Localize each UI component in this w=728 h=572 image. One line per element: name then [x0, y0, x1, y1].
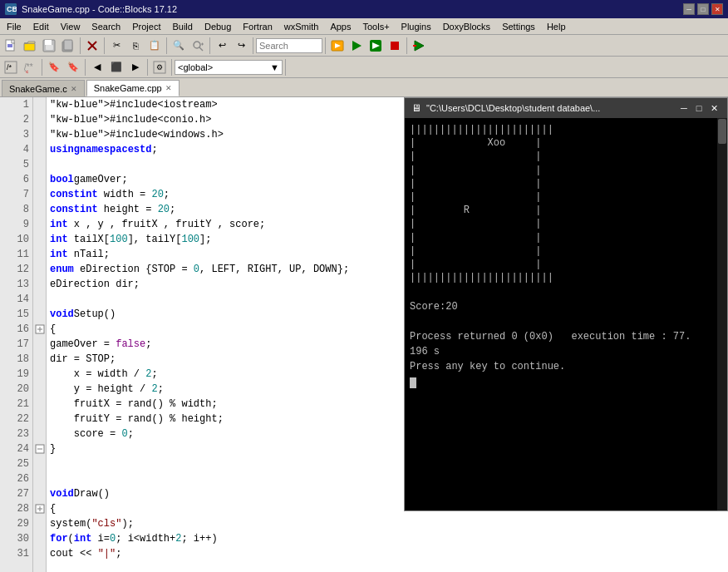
- tab-snakegame-cpp[interactable]: SnakeGame.cpp ✕: [86, 80, 180, 96]
- fold-marker-29[interactable]: [33, 516, 47, 531]
- line-number-10: 10: [3, 232, 29, 247]
- next-button[interactable]: ⬛: [107, 58, 125, 76]
- fold-marker-9[interactable]: [33, 217, 47, 232]
- svg-marker-6: [24, 42, 35, 43]
- line-numbers: 1234567891011121314151617181920212223242…: [0, 97, 33, 572]
- fold-marker-13[interactable]: [33, 277, 47, 292]
- fold-marker-7[interactable]: [33, 187, 47, 202]
- find-button[interactable]: 🔍: [170, 37, 188, 55]
- stop-button[interactable]: [386, 37, 404, 55]
- menu-file[interactable]: File: [2, 20, 27, 33]
- scroll-thumb: [718, 119, 726, 144]
- line-number-31: 31: [3, 546, 29, 561]
- fold-marker-25[interactable]: [33, 456, 47, 471]
- save-button[interactable]: [40, 37, 58, 55]
- fold-marker-8[interactable]: [33, 202, 47, 217]
- fold-marker-17[interactable]: [33, 337, 47, 352]
- terminal-maximize[interactable]: □: [692, 101, 706, 115]
- fold-marker-2[interactable]: [33, 112, 47, 127]
- menu-project[interactable]: Project: [127, 20, 165, 33]
- menu-settings[interactable]: Settings: [497, 20, 540, 33]
- app-icon: CB: [5, 3, 17, 15]
- close-tab-c[interactable]: ✕: [71, 85, 77, 93]
- terminal-minimize[interactable]: ─: [677, 101, 691, 115]
- fold-marker-31[interactable]: [33, 546, 47, 561]
- window-title: SnakeGame.cpp - Code::Blocks 17.12: [22, 4, 678, 14]
- build-button[interactable]: [328, 37, 347, 55]
- jump-button[interactable]: ▶: [126, 58, 145, 76]
- run-button[interactable]: [347, 37, 366, 55]
- toolbar2-btn3[interactable]: 🔖: [45, 58, 63, 76]
- prev-button[interactable]: ◀: [88, 58, 106, 76]
- terminal-close[interactable]: ✕: [707, 101, 721, 115]
- terminal-scrollbar[interactable]: [717, 118, 727, 510]
- menu-search[interactable]: Search: [86, 20, 125, 33]
- global-dropdown[interactable]: <global> ▼: [175, 60, 283, 75]
- terminal-line: | |: [410, 177, 722, 190]
- toolbar2-btn1[interactable]: /*: [2, 58, 20, 76]
- fold-marker-26[interactable]: [33, 471, 47, 486]
- copy-button[interactable]: ⎘: [126, 37, 145, 55]
- fold-marker-5[interactable]: [33, 157, 47, 172]
- fold-marker-30[interactable]: [33, 531, 47, 546]
- open-button[interactable]: [21, 37, 39, 55]
- menu-build[interactable]: Build: [167, 20, 197, 33]
- menu-apps[interactable]: Apps: [325, 20, 356, 33]
- fold-marker-22[interactable]: [33, 412, 47, 427]
- save-all-button[interactable]: [59, 37, 77, 55]
- fold-marker-4[interactable]: [33, 142, 47, 157]
- fold-marker-14[interactable]: [33, 292, 47, 307]
- build-run-button[interactable]: [366, 37, 385, 55]
- close-tab-cpp[interactable]: ✕: [165, 84, 172, 92]
- fold-marker-1[interactable]: [33, 97, 47, 112]
- menu-help[interactable]: Help: [542, 20, 571, 33]
- paste-button[interactable]: 📋: [145, 37, 164, 55]
- close-button[interactable]: ✕: [711, 3, 723, 15]
- menu-plugins[interactable]: Plugins: [396, 20, 436, 33]
- new-button[interactable]: [2, 37, 20, 55]
- fold-marker-28[interactable]: [33, 501, 47, 516]
- line-number-24: 24: [3, 441, 29, 456]
- fold-marker-20[interactable]: [33, 382, 47, 397]
- debug-button[interactable]: [410, 37, 428, 55]
- fold-marker-12[interactable]: [33, 262, 47, 277]
- menu-tools-plus[interactable]: Tools+: [357, 20, 394, 33]
- fold-marker-15[interactable]: [33, 307, 47, 322]
- menu-edit[interactable]: Edit: [28, 20, 54, 33]
- fold-marker-16[interactable]: [33, 322, 47, 337]
- menu-view[interactable]: View: [56, 20, 86, 33]
- search-input[interactable]: [256, 38, 322, 53]
- cut-button[interactable]: ✂: [107, 37, 125, 55]
- menu-debug[interactable]: Debug: [199, 20, 236, 33]
- menu-wxsmith[interactable]: wxSmith: [279, 20, 324, 33]
- fold-marker-24[interactable]: [33, 441, 47, 456]
- title-bar: CB SnakeGame.cpp - Code::Blocks 17.12 ─ …: [0, 0, 728, 18]
- fold-marker-11[interactable]: [33, 247, 47, 262]
- fold-marker-21[interactable]: [33, 397, 47, 412]
- menu-fortran[interactable]: Fortran: [238, 20, 277, 33]
- toolbar2-btn2[interactable]: /***c: [21, 58, 39, 76]
- fold-marker-10[interactable]: [33, 232, 47, 247]
- fold-marker-19[interactable]: [33, 367, 47, 382]
- redo-button[interactable]: ↪: [232, 37, 250, 55]
- fold-marker-6[interactable]: [33, 172, 47, 187]
- line-number-2: 2: [3, 112, 29, 127]
- undo-button[interactable]: ↩: [213, 37, 231, 55]
- maximize-button[interactable]: □: [697, 3, 709, 15]
- find-next-button[interactable]: [189, 37, 207, 55]
- fold-column: [33, 97, 47, 572]
- close-button[interactable]: [83, 37, 101, 55]
- fold-marker-27[interactable]: [33, 486, 47, 501]
- toolbar2-btn4[interactable]: 🔖: [64, 58, 82, 76]
- terminal-score: Score:20: [410, 284, 722, 314]
- fold-marker-23[interactable]: [33, 427, 47, 441]
- fold-marker-18[interactable]: [33, 352, 47, 367]
- minimize-button[interactable]: ─: [683, 3, 695, 15]
- svg-line-15: [199, 47, 203, 51]
- toolbar2-btn5[interactable]: ⚙: [150, 58, 169, 76]
- line-number-13: 13: [3, 277, 29, 292]
- svg-point-14: [194, 42, 200, 48]
- fold-marker-3[interactable]: [33, 127, 47, 142]
- tab-snakegame-c[interactable]: SnakeGame.c ✕: [2, 80, 85, 96]
- menu-doxyblocks[interactable]: DoxyBlocks: [438, 20, 495, 33]
